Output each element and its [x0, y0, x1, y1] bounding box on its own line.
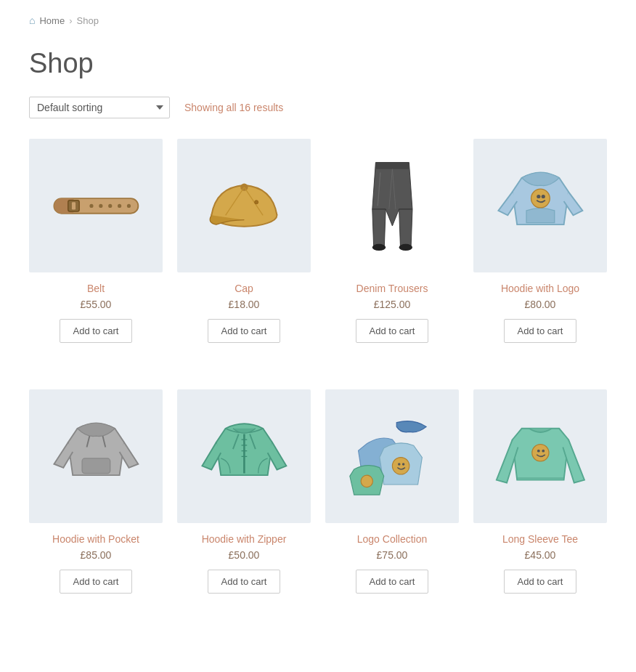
product-image-logo-collection — [325, 389, 459, 523]
svg-point-7 — [118, 203, 121, 207]
product-price-hoodie-logo: £80.00 — [525, 299, 556, 310]
svg-point-8 — [126, 203, 130, 207]
product-image-cap — [177, 139, 311, 272]
products-grid: Belt £55.00 Add to cart — [29, 139, 607, 594]
product-image-hoodie-logo — [473, 139, 607, 272]
product-price-hoodie-pocket: £85.00 — [81, 549, 112, 561]
svg-point-32 — [531, 444, 548, 461]
product-name-hoodie-logo[interactable]: Hoodie with Logo — [501, 283, 579, 294]
page-title: Shop — [29, 48, 607, 79]
svg-point-16 — [537, 195, 540, 198]
add-to-cart-denim-trousers[interactable]: Add to cart — [356, 319, 429, 343]
product-image-hoodie-pocket — [29, 389, 163, 523]
product-name-long-sleeve-tee[interactable]: Long Sleeve Tee — [502, 533, 578, 545]
product-price-hoodie-zipper: £50.00 — [229, 549, 260, 561]
product-card-belt: Belt £55.00 Add to cart — [29, 139, 163, 343]
add-to-cart-hoodie-zipper[interactable]: Add to cart — [208, 570, 281, 594]
svg-point-29 — [398, 463, 401, 466]
product-card-denim-trousers: Denim Trousers £125.00 Add to cart — [325, 139, 459, 343]
add-to-cart-hoodie-logo[interactable]: Add to cart — [504, 319, 577, 343]
add-to-cart-belt[interactable]: Add to cart — [60, 319, 133, 343]
product-image-hoodie-zipper — [177, 389, 311, 523]
product-image-denim-trousers — [325, 139, 459, 272]
svg-rect-12 — [375, 162, 409, 169]
product-image-long-sleeve-tee — [473, 389, 607, 523]
product-price-belt: £55.00 — [81, 299, 112, 310]
product-card-logo-collection: Logo Collection £75.00 Add to cart — [325, 389, 459, 594]
svg-point-33 — [537, 449, 539, 452]
svg-rect-18 — [82, 458, 110, 474]
product-card-hoodie-zipper: Hoodie with Zipper £50.00 Add to cart — [177, 389, 311, 594]
product-name-belt[interactable]: Belt — [87, 283, 105, 294]
add-to-cart-hoodie-pocket[interactable]: Add to cart — [60, 570, 133, 594]
results-count: Showing all 16 results — [184, 102, 283, 113]
svg-point-6 — [108, 203, 112, 207]
product-card-cap: Cap £18.00 Add to cart — [177, 139, 311, 343]
svg-point-17 — [541, 195, 545, 198]
page-wrapper: ⌂ Home › Shop Shop Default sorting Sort … — [0, 0, 636, 608]
product-name-hoodie-pocket[interactable]: Hoodie with Pocket — [52, 533, 139, 545]
product-price-cap: £18.00 — [229, 299, 260, 310]
svg-point-31 — [361, 475, 372, 487]
svg-point-34 — [542, 449, 545, 452]
svg-rect-3 — [72, 202, 76, 209]
add-to-cart-logo-collection[interactable]: Add to cart — [356, 570, 429, 594]
sort-select[interactable]: Default sorting Sort by popularity Sort … — [29, 97, 170, 118]
svg-point-11 — [254, 200, 258, 203]
breadcrumb: ⌂ Home › Shop — [29, 15, 607, 26]
product-image-belt — [29, 139, 163, 272]
product-name-denim-trousers[interactable]: Denim Trousers — [356, 283, 428, 294]
home-icon: ⌂ — [29, 15, 35, 26]
product-card-long-sleeve-tee: Long Sleeve Tee £45.00 Add to cart — [473, 389, 607, 594]
svg-point-14 — [399, 243, 412, 250]
svg-point-30 — [401, 463, 404, 466]
add-to-cart-cap[interactable]: Add to cart — [208, 319, 281, 343]
product-price-denim-trousers: £125.00 — [374, 299, 411, 310]
product-price-logo-collection: £75.00 — [377, 549, 408, 561]
breadcrumb-separator: › — [69, 15, 72, 26]
add-to-cart-long-sleeve-tee[interactable]: Add to cart — [504, 570, 577, 594]
product-card-hoodie-pocket: Hoodie with Pocket £85.00 Add to cart — [29, 389, 163, 594]
svg-point-5 — [99, 203, 102, 207]
product-name-logo-collection[interactable]: Logo Collection — [357, 533, 428, 545]
breadcrumb-current: Shop — [77, 15, 99, 26]
breadcrumb-home-link[interactable]: Home — [39, 15, 65, 26]
svg-point-15 — [531, 189, 550, 208]
svg-point-13 — [372, 243, 385, 250]
row-spacer — [29, 360, 607, 372]
product-price-long-sleeve-tee: £45.00 — [525, 549, 556, 561]
svg-point-4 — [89, 203, 93, 207]
product-name-cap[interactable]: Cap — [235, 283, 253, 294]
product-card-hoodie-logo: Hoodie with Logo £80.00 Add to cart — [473, 139, 607, 343]
toolbar: Default sorting Sort by popularity Sort … — [29, 97, 607, 118]
svg-point-28 — [392, 457, 409, 474]
product-name-hoodie-zipper[interactable]: Hoodie with Zipper — [202, 533, 287, 545]
